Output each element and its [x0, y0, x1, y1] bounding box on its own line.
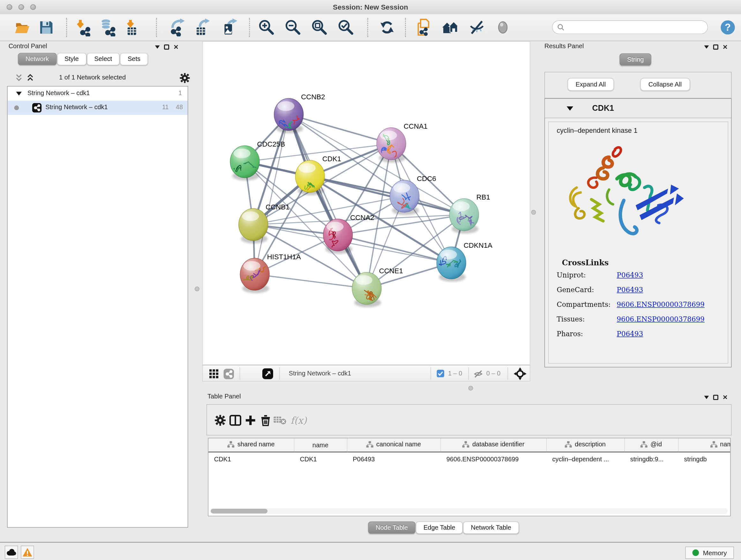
network-node-CDC25B[interactable]: CDC25B [230, 140, 285, 181]
tab-string[interactable]: String [619, 53, 651, 66]
network-edge[interactable] [255, 274, 367, 288]
tab-network[interactable]: Network [18, 53, 57, 65]
network-collection-row[interactable]: String Network – cdk1 1 [8, 86, 188, 101]
open-session-button[interactable] [12, 17, 32, 38]
network-edge[interactable] [310, 176, 464, 214]
search-input[interactable] [565, 23, 699, 31]
collapse-all-icon[interactable] [15, 74, 23, 82]
selected-checkbox-icon[interactable] [436, 370, 444, 377]
export-network-button[interactable] [167, 17, 188, 38]
results-panel-float-icon[interactable] [713, 44, 718, 50]
column-header-canonical-name[interactable]: canonical name [347, 438, 441, 452]
network-view-icon[interactable] [223, 369, 234, 379]
tab-select[interactable]: Select [87, 53, 120, 65]
tab-edge-table[interactable]: Edge Table [416, 521, 463, 534]
network-node-CCNA1[interactable]: CCNA1 [377, 122, 428, 163]
table-settings-button[interactable] [212, 412, 227, 428]
zoom-out-button[interactable] [283, 17, 304, 38]
collection-expand-icon[interactable] [16, 91, 22, 96]
tab-style[interactable]: Style [57, 53, 86, 65]
cloud-status-button[interactable] [5, 546, 18, 559]
first-neighbors-button[interactable] [440, 17, 461, 38]
function-builder-button[interactable]: f(x) [288, 412, 309, 428]
section-collapse-icon[interactable] [567, 106, 574, 111]
control-panel-menu-icon[interactable] [155, 45, 160, 49]
crosslink-link[interactable]: P06493 [617, 330, 643, 338]
table-panel-close-icon[interactable]: ✕ [723, 394, 728, 401]
zoom-in-button[interactable] [256, 17, 277, 38]
hide-selected-button[interactable] [467, 17, 487, 38]
column-header-namespace[interactable]: namespace [678, 438, 731, 452]
table-cell[interactable]: CDK1 [208, 452, 294, 466]
tab-sets[interactable]: Sets [120, 53, 148, 65]
crosslink-link[interactable]: P06493 [617, 286, 643, 294]
delete-table-button[interactable] [272, 412, 287, 428]
import-table-button[interactable] [122, 17, 143, 38]
table-cell[interactable]: CDK1 [294, 452, 347, 466]
help-button[interactable]: ? [718, 17, 738, 38]
crosslink-link[interactable]: 9606.ENSP00000378699 [617, 315, 704, 323]
export-table-button[interactable] [192, 17, 212, 38]
network-node-CDKN1A[interactable]: CDKN1A [436, 241, 492, 282]
expand-all-icon[interactable] [26, 74, 34, 82]
new-network-from-selection-button[interactable] [414, 17, 434, 38]
birds-eye-view-icon[interactable] [514, 368, 527, 380]
table-cell[interactable]: stringdb [678, 452, 731, 466]
import-network-file-button[interactable] [73, 17, 93, 38]
network-edge[interactable] [255, 114, 289, 274]
zoom-fit-button[interactable] [309, 17, 330, 38]
gear-icon[interactable] [180, 73, 190, 83]
table-cell[interactable]: cyclin–dependent ... [546, 452, 624, 466]
memory-button[interactable]: Memory [685, 547, 734, 559]
column-header-@id[interactable]: @id [624, 438, 678, 452]
expand-all-button[interactable]: Expand All [568, 78, 614, 91]
show-columns-button[interactable] [228, 412, 243, 428]
grid-view-icon[interactable] [209, 369, 219, 379]
table-cell[interactable]: 9606.ENSP00000378699 [441, 452, 546, 466]
network-node-HIST1H1A[interactable]: HIST1H1A [240, 253, 301, 294]
tab-node-table[interactable]: Node Table [368, 521, 415, 534]
network-node-CCNB2[interactable]: CCNB2 [274, 93, 325, 133]
left-splitter-handle[interactable] [195, 287, 199, 291]
show-all-button[interactable] [492, 17, 513, 38]
table-panel-menu-icon[interactable] [704, 396, 709, 399]
column-header-database-identifier[interactable]: database identifier [441, 438, 546, 452]
add-column-button[interactable] [243, 412, 258, 428]
table-row[interactable]: CDK1CDK1P064939606.ENSP00000378699cyclin… [208, 452, 731, 466]
column-header-shared-name[interactable]: shared name [208, 438, 294, 452]
table-cell[interactable]: stringdb:9... [624, 452, 678, 466]
export-image-button[interactable] [219, 17, 240, 38]
horizontal-splitter-handle[interactable] [468, 386, 473, 390]
import-network-database-button[interactable] [97, 17, 118, 38]
warnings-button[interactable] [21, 546, 34, 559]
network-row[interactable]: String Network – cdk1 11 48 [8, 101, 188, 115]
table-panel-float-icon[interactable] [713, 395, 718, 400]
control-panel-float-icon[interactable] [164, 44, 169, 50]
delete-column-button[interactable] [258, 412, 273, 428]
search-field[interactable] [552, 20, 708, 34]
network-edge[interactable] [289, 114, 367, 288]
node-table[interactable]: shared namenamecanonical namedatabase id… [208, 438, 731, 516]
column-header-name[interactable]: name [294, 438, 347, 452]
scrollbar-thumb[interactable] [211, 509, 267, 513]
table-horizontal-scrollbar[interactable] [210, 508, 728, 514]
results-panel-close-icon[interactable]: ✕ [723, 44, 728, 51]
tab-network-table[interactable]: Network Table [463, 521, 519, 534]
zoom-selected-button[interactable] [335, 17, 356, 38]
refresh-button[interactable] [377, 17, 397, 38]
protein-section-header[interactable]: CDK1 [545, 99, 731, 118]
right-splitter-handle[interactable] [531, 210, 536, 215]
save-session-button[interactable] [36, 17, 57, 38]
network-node-RB1[interactable]: RB1 [449, 193, 490, 234]
crosslink-link[interactable]: P06493 [617, 271, 643, 279]
network-edge[interactable] [289, 114, 391, 144]
crosslink-link[interactable]: 9606.ENSP00000378699 [617, 301, 704, 308]
network-canvas[interactable]: CCNB2CCNA1CDC25BCDK1CDC6RB1CCNB1CCNA2CDK… [202, 41, 530, 365]
open-in-window-icon[interactable] [262, 368, 273, 379]
table-cell[interactable]: P06493 [347, 452, 441, 466]
column-header-description[interactable]: description [546, 438, 624, 452]
network-node-CDK1[interactable]: CDK1 [295, 155, 341, 195]
collapse-all-button[interactable]: Collapse All [641, 78, 690, 91]
results-panel-menu-icon[interactable] [704, 45, 709, 49]
control-panel-close-icon[interactable]: ✕ [173, 44, 179, 51]
